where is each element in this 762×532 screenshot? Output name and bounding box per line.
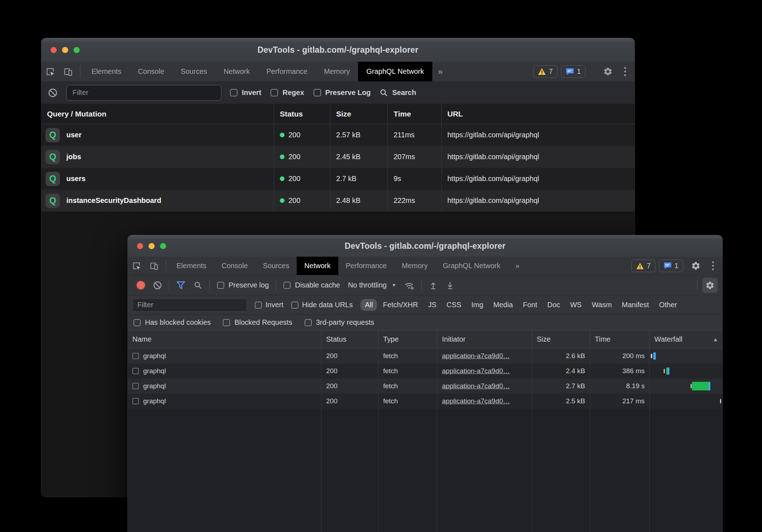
more-tabs-button[interactable]: » <box>508 257 527 275</box>
row-checkbox[interactable] <box>132 398 139 404</box>
back-window-titlebar: DevTools - gitlab.com/-/graphql-explorer <box>41 38 635 62</box>
inspect-element-button[interactable] <box>128 257 145 275</box>
type-filter-pill[interactable]: Img <box>467 299 488 311</box>
record-button[interactable] <box>133 281 149 289</box>
devtools-tab[interactable]: Performance <box>258 62 316 81</box>
type-filter-pill[interactable]: CSS <box>442 299 466 311</box>
type-filter-pill[interactable]: Manifest <box>617 299 653 311</box>
filter-toggle[interactable]: Invert <box>230 89 261 97</box>
preserve-log-toggle[interactable]: Preserve log <box>217 281 269 289</box>
devtools-tab[interactable]: Elements <box>83 62 130 81</box>
search-button[interactable] <box>189 281 207 290</box>
column-header-type[interactable]: Type <box>378 331 437 348</box>
search-button[interactable]: Search <box>379 88 416 98</box>
more-tabs-button[interactable]: » <box>432 62 448 81</box>
filter-toggle[interactable]: Preserve Log <box>314 89 371 97</box>
column-header-time[interactable]: Time <box>387 104 441 124</box>
devtools-tab[interactable]: Sources <box>173 62 215 81</box>
row-checkbox[interactable] <box>132 383 139 389</box>
inspect-element-button[interactable] <box>41 62 59 81</box>
zoom-button[interactable] <box>160 243 166 249</box>
zoom-button[interactable] <box>74 47 80 53</box>
overflow-menu-button[interactable] <box>709 261 718 270</box>
initiator-link[interactable]: application-a7ca9d0… <box>442 367 510 375</box>
network-request-row[interactable]: graphql 200 fetch application-a7ca9d0… 2… <box>128 348 723 364</box>
network-request-row[interactable]: graphql 200 fetch application-a7ca9d0… 2… <box>128 379 723 394</box>
initiator-link[interactable]: application-a7ca9d0… <box>442 352 510 360</box>
column-header-status[interactable]: Status <box>274 104 330 124</box>
throttling-select[interactable]: No throttling ▼ <box>344 281 400 289</box>
request-toggle[interactable]: Blocked Requests <box>223 318 292 327</box>
devtools-tab[interactable]: Memory <box>394 257 435 275</box>
device-toolbar-button[interactable] <box>145 257 163 275</box>
warnings-badge[interactable]: 7 <box>631 260 655 272</box>
type-filter-pill[interactable]: Fetch/XHR <box>378 299 422 311</box>
gql-request-row[interactable]: Q jobs 200 2.45 kB 207ms https://gitlab.… <box>41 146 635 168</box>
type-filter-pill[interactable]: JS <box>424 299 441 311</box>
invert-toggle[interactable]: Invert <box>255 301 283 309</box>
devtools-tab[interactable]: Performance <box>338 257 395 275</box>
hide-data-urls-toggle[interactable]: Hide data URLs <box>291 301 353 309</box>
devtools-tab[interactable]: GraphQL Network <box>358 62 432 81</box>
column-header-time[interactable]: Time <box>590 331 650 348</box>
column-header-query[interactable]: Query / Mutation <box>41 104 274 124</box>
column-header-size[interactable]: Size <box>330 104 387 124</box>
settings-button[interactable] <box>599 67 617 76</box>
type-filter-pill[interactable]: Media <box>489 299 517 311</box>
toolbar-divider <box>697 280 697 291</box>
filter-button[interactable] <box>172 281 189 290</box>
device-toolbar-button[interactable] <box>59 62 77 81</box>
type-filter-pill[interactable]: Font <box>519 299 542 311</box>
network-request-row[interactable]: graphql 200 fetch application-a7ca9d0… 2… <box>128 394 723 409</box>
filter-toggle[interactable]: Regex <box>271 89 304 97</box>
network-conditions-button[interactable] <box>400 280 419 290</box>
type-filter-pill[interactable]: Wasm <box>587 299 616 311</box>
column-header-status[interactable]: Status <box>321 331 378 348</box>
devtools-tab[interactable]: Console <box>214 257 255 275</box>
initiator-link[interactable]: application-a7ca9d0… <box>442 382 510 390</box>
devtools-tab[interactable]: Elements <box>169 257 214 275</box>
gql-filter-input[interactable] <box>66 85 221 101</box>
type-filter-pill[interactable]: Other <box>655 299 681 311</box>
minimize-button[interactable] <box>149 243 155 249</box>
close-button[interactable] <box>137 243 143 249</box>
close-button[interactable] <box>51 47 57 53</box>
gql-request-row[interactable]: Q instanceSecurityDashboard 200 2.48 kB … <box>41 190 635 212</box>
network-request-row[interactable]: graphql 200 fetch application-a7ca9d0… 2… <box>128 364 723 379</box>
type-filter-pill[interactable]: All <box>361 299 377 311</box>
devtools-tab[interactable]: GraphQL Network <box>435 257 508 275</box>
column-header-waterfall[interactable]: Waterfall ▲ <box>650 331 723 348</box>
request-toggle[interactable]: Has blocked cookies <box>133 318 211 327</box>
messages-badge[interactable]: 1 <box>659 260 683 272</box>
gql-request-row[interactable]: Q user 200 2.57 kB 211ms https://gitlab.… <box>41 124 635 146</box>
column-header-initiator[interactable]: Initiator <box>437 331 532 348</box>
column-header-url[interactable]: URL <box>441 104 635 124</box>
column-header-name[interactable]: Name <box>128 331 321 348</box>
request-toggle[interactable]: 3rd-party requests <box>305 318 374 327</box>
network-filter-input[interactable] <box>133 299 247 312</box>
minimize-button[interactable] <box>62 47 68 53</box>
devtools-tab[interactable]: Sources <box>255 257 297 275</box>
clear-button[interactable] <box>48 88 58 98</box>
messages-badge[interactable]: 1 <box>561 65 585 78</box>
devtools-tab[interactable]: Network <box>297 257 338 275</box>
network-settings-button[interactable] <box>702 278 718 293</box>
initiator-link[interactable]: application-a7ca9d0… <box>442 397 510 405</box>
type-filter-pill[interactable]: Doc <box>543 299 565 311</box>
disable-cache-toggle[interactable]: Disable cache <box>283 281 340 289</box>
gql-request-row[interactable]: Q users 200 2.7 kB 9s https://gitlab.com… <box>41 168 635 190</box>
row-checkbox[interactable] <box>132 368 139 374</box>
search-icon <box>379 88 389 98</box>
column-header-size[interactable]: Size <box>532 331 590 348</box>
overflow-menu-button[interactable] <box>621 67 630 76</box>
devtools-tab[interactable]: Network <box>215 62 258 81</box>
export-har-button[interactable] <box>442 281 458 290</box>
devtools-tab[interactable]: Console <box>130 62 172 81</box>
type-filter-pill[interactable]: WS <box>566 299 586 311</box>
row-checkbox[interactable] <box>132 353 139 359</box>
clear-button[interactable] <box>149 281 166 290</box>
devtools-tab[interactable]: Memory <box>316 62 358 81</box>
settings-button[interactable] <box>687 261 705 271</box>
warnings-badge[interactable]: 7 <box>533 65 558 78</box>
import-har-button[interactable] <box>425 281 442 290</box>
